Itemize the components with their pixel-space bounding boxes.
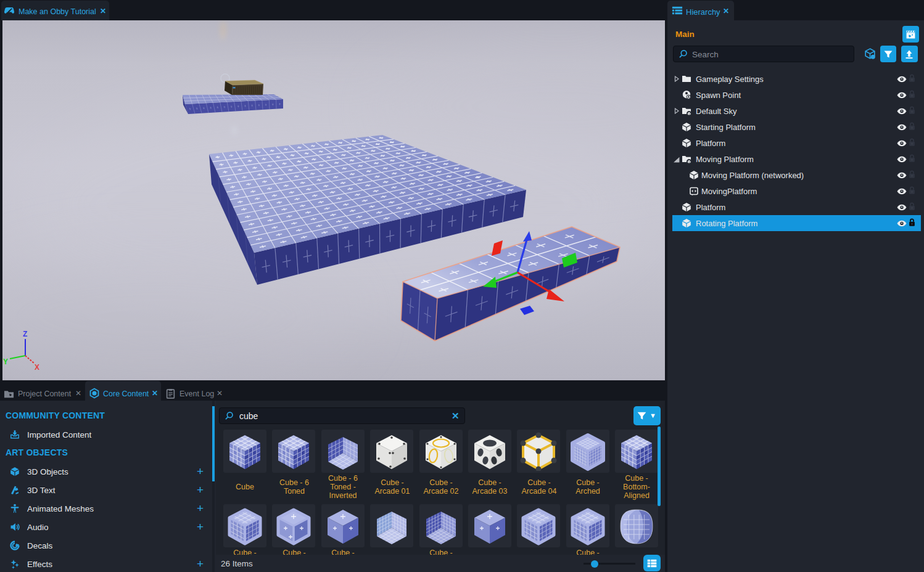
svg-text:X: X: [35, 363, 39, 372]
svg-text:Y: Y: [3, 358, 8, 366]
svg-text:Z: Z: [23, 330, 27, 338]
